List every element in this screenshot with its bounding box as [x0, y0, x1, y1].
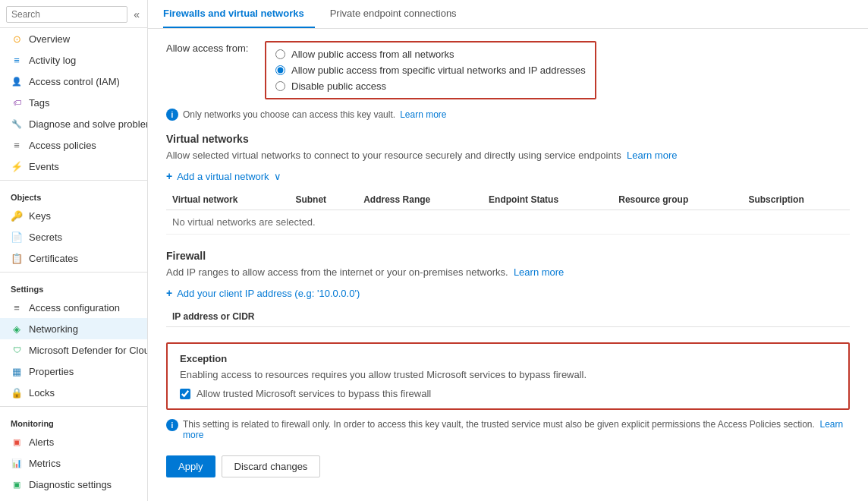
access-control-icon: 👤	[11, 75, 23, 87]
col-ip-cidr: IP address or CIDR	[166, 307, 850, 327]
radio-disable-label: Disable public access	[291, 80, 386, 92]
ip-table: IP address or CIDR	[166, 307, 850, 327]
discard-button[interactable]: Discard changes	[222, 455, 321, 477]
sidebar-item-diagnose[interactable]: 🔧 Diagnose and solve problems	[0, 113, 147, 134]
tags-icon: 🏷	[11, 96, 23, 109]
sidebar-item-label: Secrets	[29, 232, 62, 243]
add-virtual-network-button[interactable]: + Add a virtual network ∨	[166, 170, 281, 182]
access-learn-more-link[interactable]: Learn more	[400, 109, 446, 120]
tabs-bar: Firewalls and virtual networks Private e…	[148, 0, 868, 29]
sidebar-item-label: Tags	[29, 97, 49, 109]
allow-access-row: Allow access from: Allow public access f…	[166, 41, 850, 99]
tab-firewalls[interactable]: Firewalls and virtual networks	[163, 0, 315, 28]
sidebar: « ⊙ Overview ≡ Activity log 👤 Access con…	[0, 0, 148, 501]
content-area: Allow access from: Allow public access f…	[148, 41, 868, 496]
sidebar-item-label: Certificates	[29, 253, 78, 264]
sidebar-item-access-policies[interactable]: ≡ Access policies	[0, 134, 147, 156]
sidebar-item-label: Diagnose and solve problems	[29, 118, 147, 130]
sidebar-item-label: Access policies	[29, 140, 96, 151]
sidebar-item-access-config[interactable]: ≡ Access configuration	[0, 297, 147, 318]
sidebar-item-secrets[interactable]: 📄 Secrets	[0, 226, 147, 247]
sidebar-item-properties[interactable]: ▦ Properties	[0, 361, 147, 382]
radio-disable-input[interactable]	[275, 81, 285, 91]
access-info-text: Only networks you choose can access this…	[183, 109, 395, 120]
plus-icon: +	[166, 170, 172, 182]
sidebar-item-metrics[interactable]: 📊 Metrics	[0, 452, 147, 474]
apply-button[interactable]: Apply	[166, 455, 215, 477]
access-info-row: i Only networks you choose can access th…	[166, 109, 850, 121]
exception-checkbox-row[interactable]: Allow trusted Microsoft services to bypa…	[180, 388, 836, 399]
sidebar-item-overview[interactable]: ⊙ Overview	[0, 28, 147, 49]
access-policies-icon: ≡	[11, 139, 23, 151]
sidebar-item-label: Activity log	[29, 55, 76, 66]
sidebar-item-locks[interactable]: 🔒 Locks	[0, 382, 147, 403]
action-buttons: Apply Discard changes	[166, 455, 850, 477]
networking-icon: ◈	[11, 323, 23, 335]
metrics-icon: 📊	[11, 457, 23, 469]
sidebar-item-label: Overview	[29, 33, 70, 45]
exception-checkbox[interactable]	[180, 389, 190, 399]
virtual-networks-section: Virtual networks Allow selected virtual …	[166, 133, 850, 235]
col-virtual-network: Virtual network	[166, 190, 289, 210]
virtual-networks-table: Virtual network Subnet Address Range End…	[166, 190, 850, 235]
diagnose-icon: 🔧	[11, 118, 23, 130]
firewall-section: Firewall Add IP ranges to allow access f…	[166, 250, 850, 327]
settings-section-label: Settings	[0, 276, 147, 297]
objects-section-label: Objects	[0, 184, 147, 205]
sidebar-item-activity-log[interactable]: ≡ Activity log	[0, 49, 147, 71]
bottom-info-text: This setting is related to firewall only…	[183, 419, 850, 440]
firewall-desc: Add IP ranges to allow access from the i…	[166, 266, 850, 278]
chevron-down-icon: ∨	[274, 171, 281, 182]
empty-vnet-message: No virtual networks are selected.	[166, 210, 850, 235]
radio-disable[interactable]: Disable public access	[275, 80, 586, 92]
access-config-icon: ≡	[11, 301, 23, 314]
add-ip-button[interactable]: + Add your client IP address (e.g: '10.0…	[166, 287, 360, 299]
sidebar-item-keys[interactable]: 🔑 Keys	[0, 205, 147, 226]
sidebar-item-label: Access configuration	[29, 302, 120, 314]
sidebar-item-label: Keys	[29, 210, 51, 222]
firewall-learn-more[interactable]: Learn more	[514, 266, 564, 278]
sidebar-item-access-control[interactable]: 👤 Access control (IAM)	[0, 71, 147, 92]
diagnostic-icon: ▣	[11, 478, 23, 490]
sidebar-item-tags[interactable]: 🏷 Tags	[0, 92, 147, 113]
firewall-title: Firewall	[166, 250, 850, 262]
virtual-networks-learn-more[interactable]: Learn more	[627, 150, 677, 161]
keys-icon: 🔑	[11, 210, 23, 222]
radio-specific-networks[interactable]: Allow public access from specific virtua…	[275, 65, 586, 76]
search-input[interactable]	[6, 6, 127, 23]
sidebar-scroll: ⊙ Overview ≡ Activity log 👤 Access contr…	[0, 28, 147, 501]
col-subscription: Subscription	[742, 190, 850, 210]
sidebar-item-logs[interactable]: ▣ Logs	[0, 495, 147, 501]
exception-desc: Enabling access to resources requires yo…	[180, 369, 836, 380]
radio-all-networks[interactable]: Allow public access from all networks	[275, 49, 586, 60]
main-content: Firewalls and virtual networks Private e…	[148, 0, 868, 501]
sidebar-item-label: Properties	[29, 366, 74, 377]
exception-title: Exception	[180, 353, 836, 364]
virtual-networks-title: Virtual networks	[166, 133, 850, 145]
col-address-range: Address Range	[357, 190, 483, 210]
col-subnet: Subnet	[289, 190, 357, 210]
sidebar-item-networking[interactable]: ◈ Networking	[0, 318, 147, 339]
sidebar-item-label: Metrics	[29, 458, 61, 469]
activity-log-icon: ≡	[11, 54, 23, 66]
collapse-button[interactable]: «	[132, 7, 141, 22]
tab-private-endpoints[interactable]: Private endpoint connections	[330, 0, 467, 28]
radio-group: Allow public access from all networks Al…	[265, 41, 596, 99]
radio-specific-networks-input[interactable]	[275, 65, 285, 75]
sidebar-item-certificates[interactable]: 📋 Certificates	[0, 247, 147, 269]
secrets-icon: 📄	[11, 231, 23, 243]
search-bar: «	[0, 0, 147, 28]
radio-specific-networks-label: Allow public access from specific virtua…	[291, 65, 586, 76]
sidebar-item-defender[interactable]: 🛡 Microsoft Defender for Cloud	[0, 339, 147, 361]
sidebar-item-alerts[interactable]: ▣ Alerts	[0, 431, 147, 452]
empty-vnet-row: No virtual networks are selected.	[166, 210, 850, 235]
bottom-info-row: i This setting is related to firewall on…	[166, 419, 850, 440]
sidebar-item-diagnostic[interactable]: ▣ Diagnostic settings	[0, 474, 147, 495]
sidebar-item-events[interactable]: ⚡ Events	[0, 156, 147, 177]
radio-all-networks-input[interactable]	[275, 49, 285, 59]
radio-all-networks-label: Allow public access from all networks	[291, 49, 454, 60]
exception-box: Exception Enabling access to resources r…	[166, 342, 850, 410]
locks-icon: 🔒	[11, 386, 23, 399]
sidebar-item-label: Diagnostic settings	[29, 479, 112, 490]
sidebar-item-label: Networking	[29, 323, 78, 335]
